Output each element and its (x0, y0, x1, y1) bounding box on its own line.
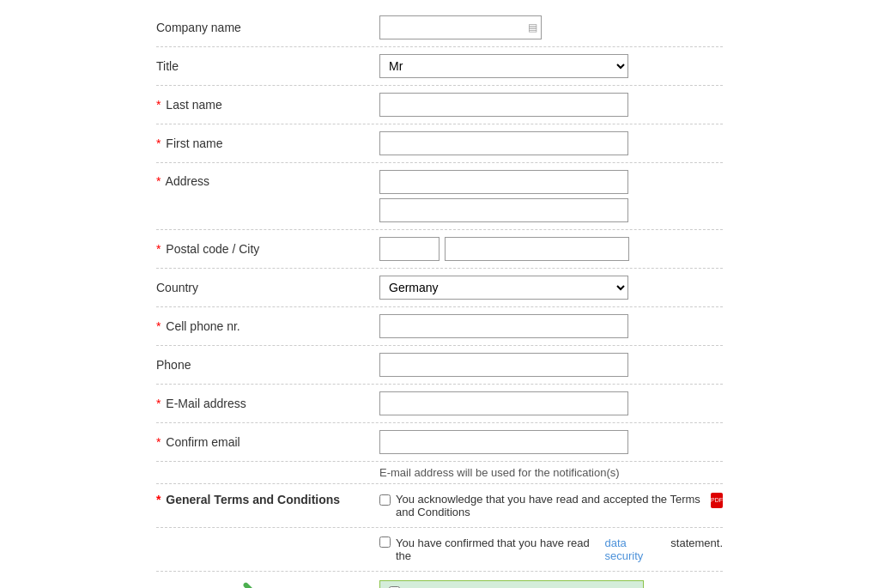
green-arrow-icon: ➜ (225, 572, 259, 589)
postal-city-control (379, 237, 723, 261)
cell-phone-label: * Cell phone nr. (156, 319, 379, 333)
last-name-row: * Last name (156, 86, 723, 124)
last-name-control (379, 93, 723, 117)
clear-icon: ▤ (528, 21, 537, 33)
postal-code-input[interactable] (379, 237, 440, 261)
address-required: * (156, 174, 161, 188)
form-container: Company name ▤ Title Mr Mrs Ms Dr * Last… (139, 0, 740, 588)
terms-label: * General Terms and Conditions (156, 493, 379, 506)
phone-input[interactable] (379, 353, 628, 377)
terms-checkbox-label[interactable]: You acknowledge that you have read and a… (379, 493, 723, 518)
save-content: Save my personal data for future reserva… (379, 580, 723, 588)
last-name-required: * (156, 98, 161, 112)
confirm-email-label: * Confirm email (156, 435, 379, 449)
arrow-container: ➜ (225, 572, 259, 589)
title-control: Mr Mrs Ms Dr (379, 54, 723, 78)
phone-control (379, 353, 723, 377)
email-notification-text: E-mail address will be used for the noti… (379, 466, 620, 479)
postal-city-label: * Postal code / City (156, 242, 379, 256)
country-select[interactable]: Germany France United Kingdom Austria Sw… (379, 276, 628, 300)
confirm-email-row: * Confirm email (156, 423, 723, 462)
address-line1-input[interactable] (379, 170, 628, 194)
address-control (379, 170, 723, 222)
postal-city-row: * Postal code / City (156, 230, 723, 269)
company-name-input[interactable] (379, 15, 542, 39)
terms-content: You acknowledge that you have read and a… (379, 493, 723, 518)
email-required: * (156, 397, 161, 410)
company-name-control: ▤ (379, 15, 723, 39)
postal-required: * (156, 242, 161, 256)
datasec-link[interactable]: data security (605, 536, 666, 562)
datasec-label[interactable]: You have confirmed that you have read th… (379, 536, 723, 562)
terms-checkbox-text: You acknowledge that you have read and a… (396, 493, 702, 518)
country-label: Country (156, 281, 379, 294)
confirm-email-required: * (156, 435, 161, 449)
title-label: Title (156, 59, 379, 73)
email-label: * E-Mail address (156, 397, 379, 410)
address-label: * Address (156, 170, 379, 188)
phone-label: Phone (156, 358, 379, 372)
datasec-text-before: You have confirmed that you have read th… (396, 536, 600, 562)
address-row: * Address (156, 163, 723, 230)
title-row: Title Mr Mrs Ms Dr (156, 47, 723, 86)
cell-phone-required: * (156, 319, 161, 333)
city-input[interactable] (445, 237, 629, 261)
datasec-text-after: statement. (670, 536, 723, 549)
confirm-email-input[interactable] (379, 430, 628, 454)
first-name-label: * First name (156, 136, 379, 150)
cell-phone-control (379, 314, 723, 338)
email-control (379, 391, 723, 415)
terms-required: * (156, 493, 161, 506)
first-name-row: * First name (156, 124, 723, 163)
save-highlight-label[interactable]: Save my personal data for future reserva… (379, 580, 644, 588)
terms-checkbox[interactable] (379, 494, 391, 506)
company-name-row: Company name ▤ (156, 9, 723, 47)
phone-row: Phone (156, 346, 723, 385)
email-input[interactable] (379, 391, 628, 415)
terms-row: * General Terms and Conditions You ackno… (156, 484, 723, 528)
datasec-checkbox[interactable] (379, 536, 391, 548)
company-name-label: Company name (156, 21, 379, 34)
postal-group (379, 237, 723, 261)
pdf-icon: PDF (711, 493, 723, 508)
country-row: Country Germany France United Kingdom Au… (156, 269, 723, 307)
first-name-required: * (156, 136, 161, 150)
last-name-label: * Last name (156, 98, 379, 112)
save-row: ➜ Save my personal data for future reser… (156, 572, 723, 588)
email-row: * E-Mail address (156, 385, 723, 423)
confirm-email-control (379, 430, 723, 454)
address-line2-input[interactable] (379, 198, 628, 222)
title-select[interactable]: Mr Mrs Ms Dr (379, 54, 628, 78)
last-name-input[interactable] (379, 93, 628, 117)
country-control: Germany France United Kingdom Austria Sw… (379, 276, 723, 300)
email-notification-row: E-mail address will be used for the noti… (156, 462, 723, 484)
datasec-row: You have confirmed that you have read th… (156, 528, 723, 572)
datasec-content: You have confirmed that you have read th… (379, 536, 723, 562)
first-name-control (379, 131, 723, 155)
cell-phone-row: * Cell phone nr. (156, 307, 723, 346)
cell-phone-input[interactable] (379, 314, 628, 338)
first-name-input[interactable] (379, 131, 628, 155)
